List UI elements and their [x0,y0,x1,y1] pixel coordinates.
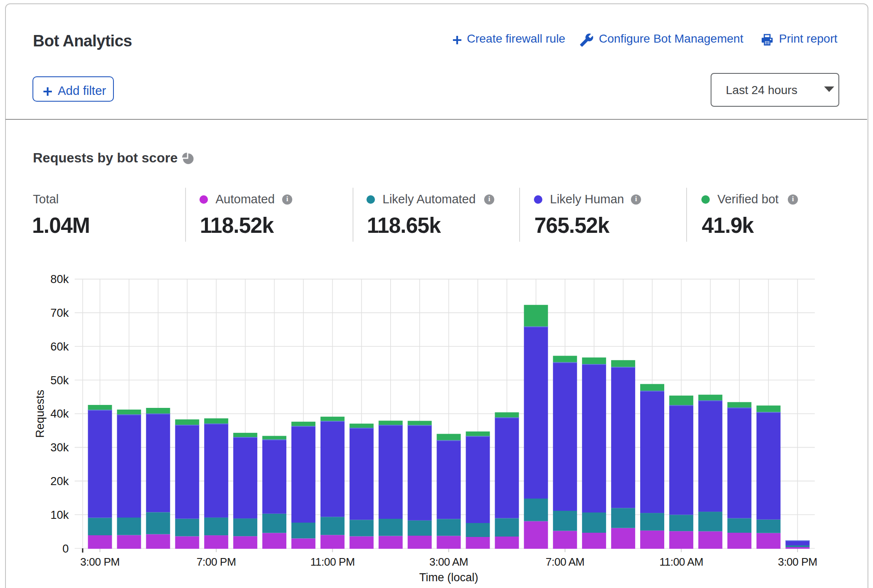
svg-text:3:00 PM: 3:00 PM [778,556,817,568]
svg-text:7:00 AM: 7:00 AM [546,556,585,568]
svg-text:60k: 60k [50,340,69,353]
svg-text:30k: 30k [50,441,69,454]
svg-text:Time (local): Time (local) [419,571,478,584]
svg-text:7:00 PM: 7:00 PM [197,556,236,568]
svg-text:11:00 PM: 11:00 PM [310,556,355,568]
svg-text:50k: 50k [50,374,69,387]
svg-text:10k: 10k [50,509,69,521]
svg-text:Requests: Requests [34,390,46,438]
svg-text:3:00 PM: 3:00 PM [80,556,119,568]
svg-text:11:00 AM: 11:00 AM [659,556,703,568]
svg-text:70k: 70k [50,307,69,319]
svg-text:80k: 80k [50,273,69,286]
svg-text:20k: 20k [50,475,69,488]
svg-text:3:00 AM: 3:00 AM [429,556,468,568]
svg-text:40k: 40k [50,407,69,420]
svg-text:0: 0 [62,542,69,555]
